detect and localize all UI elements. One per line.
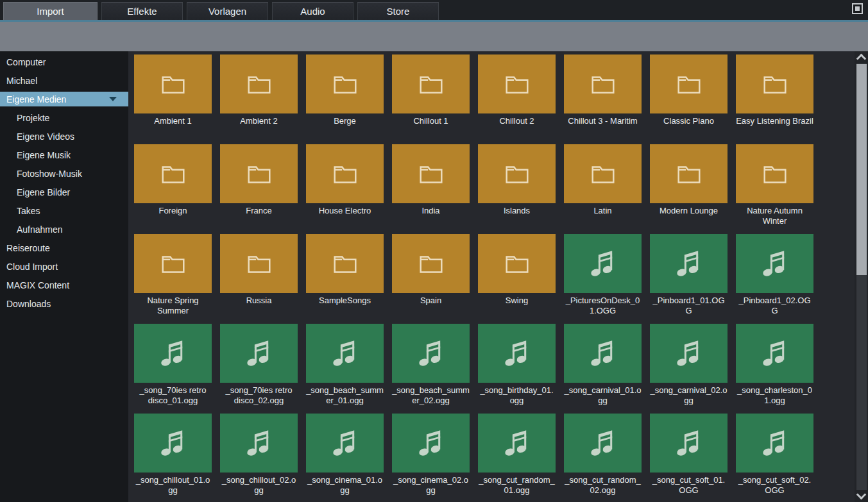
media-item[interactable]: Spain <box>392 234 470 324</box>
media-thumbnail <box>220 414 298 473</box>
media-item-label: _song_cut_random_01.ogg <box>478 475 556 495</box>
media-item[interactable]: _song_cinema_02.ogg <box>392 414 470 502</box>
media-item[interactable]: _song_beach_summer_01.ogg <box>306 324 384 414</box>
sidebar-item[interactable]: Takes <box>0 201 128 220</box>
restore-window-icon[interactable] <box>852 3 863 14</box>
sidebar-item[interactable]: Computer <box>0 53 128 71</box>
media-thumbnail <box>478 234 556 293</box>
media-item[interactable]: _song_chillout_02.ogg <box>220 414 298 502</box>
media-item[interactable]: _song_charleston_01.ogg <box>736 324 813 414</box>
sidebar-item[interactable]: Reiseroute <box>0 238 128 257</box>
sidebar-item[interactable]: Downloads <box>0 294 128 313</box>
media-item[interactable]: _song_beach_summer_02.ogg <box>392 324 470 414</box>
media-item[interactable]: _song_carnival_02.ogg <box>650 324 728 414</box>
media-thumbnail <box>392 414 470 473</box>
media-item[interactable]: _PicturesOnDesk_01.OGG <box>564 234 642 324</box>
media-item[interactable]: Russia <box>220 234 298 324</box>
media-item[interactable]: Nature Spring Summer <box>134 234 212 324</box>
media-item[interactable]: _song_chillout_01.ogg <box>134 414 212 502</box>
music-note-icon <box>760 428 790 458</box>
media-item[interactable]: France <box>220 144 298 234</box>
music-note-icon <box>244 339 274 368</box>
folder-icon <box>588 161 618 187</box>
tab[interactable]: Effekte <box>101 2 183 20</box>
media-item[interactable]: Foreign <box>134 144 212 234</box>
sidebar-item[interactable]: Aufnahmen <box>0 220 128 238</box>
sidebar-item[interactable]: Eigene Musik <box>0 146 128 164</box>
media-item[interactable]: _song_cinema_01.ogg <box>306 414 384 502</box>
media-thumbnail <box>478 324 556 383</box>
media-item[interactable]: Latin <box>564 144 642 234</box>
media-item[interactable]: _song_cut_random_01.ogg <box>478 414 556 502</box>
scrollbar-thumb[interactable] <box>856 64 867 275</box>
folder-icon <box>760 161 790 187</box>
media-item[interactable]: Islands <box>478 144 556 234</box>
media-item[interactable]: Chillout 1 <box>392 54 470 144</box>
media-item[interactable]: Berge <box>306 54 384 144</box>
media-item[interactable]: Modern Lounge <box>650 144 728 234</box>
dropdown-triangle-icon[interactable] <box>109 97 117 101</box>
sidebar-item[interactable]: Michael <box>0 71 128 90</box>
media-item-label: _Pinboard1_02.OGG <box>736 296 813 315</box>
media-thumbnail <box>134 414 212 473</box>
media-item[interactable]: SampleSongs <box>306 234 384 324</box>
media-item-label: Ambient 1 <box>134 116 212 126</box>
media-item[interactable]: _song_carnival_01.ogg <box>564 324 642 414</box>
sidebar-item[interactable]: Eigene Medien <box>0 90 128 108</box>
sidebar-item[interactable]: Eigene Videos <box>0 127 128 146</box>
media-item[interactable]: Chillout 2 <box>478 54 556 144</box>
tab[interactable]: Audio <box>272 2 353 20</box>
folder-icon <box>158 71 188 97</box>
folder-icon <box>674 161 704 187</box>
media-item[interactable]: _song_birthday_01.ogg <box>478 324 556 414</box>
media-thumbnail <box>650 54 728 113</box>
media-item[interactable]: _song_cut_soft_02.OGG <box>736 414 813 502</box>
media-item[interactable]: Ambient 1 <box>134 54 212 144</box>
sidebar-item[interactable]: Fotoshow-Musik <box>0 164 128 183</box>
media-thumbnail <box>306 414 384 473</box>
media-item-label: SampleSongs <box>306 296 384 306</box>
tab[interactable]: Vorlagen <box>187 2 268 20</box>
media-item[interactable]: Classic Piano <box>650 54 728 144</box>
media-item-label: _song_carnival_02.ogg <box>650 385 728 405</box>
tab[interactable]: Store <box>357 2 439 20</box>
scroll-down-button[interactable] <box>855 490 868 502</box>
media-item-label: Chillout 1 <box>392 116 470 126</box>
tab[interactable]: Import <box>3 2 98 20</box>
music-note-icon <box>588 249 618 278</box>
scroll-up-button[interactable] <box>855 51 868 63</box>
media-thumbnail <box>564 144 642 203</box>
media-thumbnail <box>220 234 298 293</box>
media-thumbnail <box>736 234 813 293</box>
media-item[interactable]: _song_cut_random_02.ogg <box>564 414 642 502</box>
folder-icon <box>158 161 188 187</box>
media-item[interactable]: Swing <box>478 234 556 324</box>
media-thumbnail <box>564 414 642 473</box>
media-item[interactable]: _song_70ies retro disco_01.ogg <box>134 324 212 414</box>
media-item[interactable]: Easy Listening Brazil <box>736 54 813 144</box>
media-item-label: Nature Autumn Winter <box>736 206 813 226</box>
sidebar-item[interactable]: Projekte <box>0 108 128 127</box>
restore-window-inner-square <box>855 6 860 11</box>
sidebar-item[interactable]: Eigene Bilder <box>0 183 128 201</box>
sidebar-item[interactable]: MAGIX Content <box>0 276 128 294</box>
media-item[interactable]: Nature Autumn Winter <box>736 144 813 234</box>
media-item[interactable]: _song_cut_soft_01.OGG <box>650 414 728 502</box>
media-thumbnail <box>564 234 642 293</box>
media-thumbnail <box>220 144 298 203</box>
media-item[interactable]: India <box>392 144 470 234</box>
media-thumbnail <box>306 324 384 383</box>
media-item[interactable]: Chillout 3 - Maritim <box>564 54 642 144</box>
tab-label: Effekte <box>127 6 157 17</box>
media-item[interactable]: Ambient 2 <box>220 54 298 144</box>
folder-icon <box>760 71 790 97</box>
media-item[interactable]: _song_70ies retro disco_02.ogg <box>220 324 298 414</box>
media-item-label: India <box>392 206 470 216</box>
media-item[interactable]: _Pinboard1_02.OGG <box>736 234 813 324</box>
sidebar-item[interactable]: Cloud Import <box>0 257 128 276</box>
media-item-label: _Pinboard1_01.OGG <box>650 296 728 315</box>
media-item[interactable]: House Electro <box>306 144 384 234</box>
media-item[interactable]: _Pinboard1_01.OGG <box>650 234 728 324</box>
media-thumbnail <box>134 324 212 383</box>
music-note-icon <box>330 428 360 458</box>
